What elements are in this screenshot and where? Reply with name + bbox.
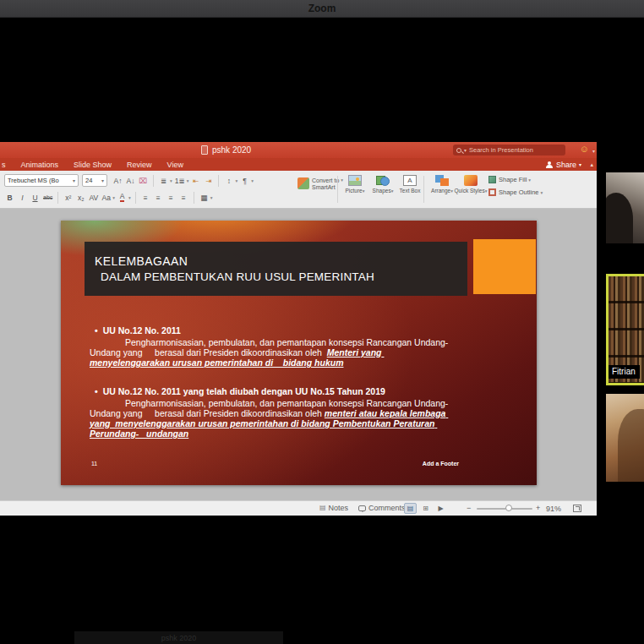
share-button[interactable]: Share ▾	[546, 161, 581, 169]
font-color-button[interactable]: A	[120, 193, 125, 202]
zoom-window-titlebar: Zoom	[0, 0, 644, 18]
tab-review[interactable]: Review	[127, 161, 152, 169]
align-left-button[interactable]: ≡	[140, 191, 151, 204]
font-name-select[interactable]: Trebuchet MS (Bo ▾	[4, 174, 79, 187]
ppt-titlebar: pshk 2020 ▾ ☺ ▾	[0, 142, 597, 158]
text-box-button[interactable]: A Text Box	[396, 175, 423, 194]
bullet-line-1: • UU No.12 No. 2011	[90, 325, 461, 336]
zoom-out-button[interactable]: −	[467, 504, 471, 512]
quick-styles-button[interactable]: Quick Styles▾	[456, 175, 486, 194]
fit-slide-to-window-button[interactable]	[573, 505, 581, 512]
tab-animations[interactable]: Animations	[21, 161, 59, 169]
tab-transitions-partial[interactable]: s	[2, 161, 6, 169]
font-size-select[interactable]: 24 ▾	[82, 174, 107, 187]
notes-icon: ▤	[319, 505, 326, 511]
shape-fill-button[interactable]: Shape Fill ▾	[488, 176, 543, 183]
arrange-label: Arrange	[431, 188, 450, 194]
text-direction-button[interactable]: ¶	[239, 174, 250, 187]
align-right-button[interactable]: ≡	[166, 191, 177, 204]
search-input[interactable]	[469, 146, 562, 154]
toolbar-separator	[135, 192, 136, 204]
character-spacing-button[interactable]: AV	[88, 191, 99, 204]
italic-button[interactable]: I	[17, 191, 28, 204]
search-icon	[456, 148, 461, 153]
change-case-caret-icon[interactable]: ▾	[112, 195, 115, 200]
participant-video-3[interactable]	[606, 394, 644, 482]
columns-caret-icon[interactable]: ▾	[210, 195, 213, 200]
participant-3-silhouette	[618, 409, 644, 482]
underline-button[interactable]: U	[30, 191, 41, 204]
superscript-button[interactable]: x²	[63, 191, 74, 204]
comments-button[interactable]: Comments	[358, 504, 406, 512]
slideshow-view-button[interactable]: ▶	[434, 503, 447, 514]
participant-video-active-speaker[interactable]: Fitrian	[606, 274, 644, 385]
slide[interactable]: KELEMBAGAAN DALAM PEMBENTUKAN RUU USUL P…	[61, 221, 537, 485]
picture-button[interactable]: Picture▾	[341, 175, 368, 194]
line-spacing-button[interactable]: ↕	[223, 174, 234, 187]
bold-button[interactable]: B	[4, 191, 15, 204]
bullet-2-text: UU No.12 No. 2011 yang telah diubah deng…	[103, 386, 385, 396]
zoom-slider-knob[interactable]	[505, 505, 512, 511]
numbering-caret-icon[interactable]: ▾	[187, 178, 189, 183]
columns-button[interactable]: ▦	[199, 191, 210, 204]
zoom-level-value[interactable]: 91%	[546, 505, 561, 513]
toolbar-separator	[218, 175, 219, 187]
person-plus-icon	[546, 161, 554, 169]
search-box[interactable]: ▾	[453, 145, 565, 156]
participant-video-1[interactable]	[606, 172, 644, 243]
smartart-icon	[297, 177, 309, 189]
toolbar-group-separator	[423, 176, 424, 203]
toolbar-separator	[194, 192, 194, 204]
zoom-in-button[interactable]: +	[536, 504, 540, 512]
arrange-caret-icon: ▾	[450, 188, 453, 194]
ribbon-collapse-icon[interactable]: ▴	[590, 161, 593, 168]
notes-button[interactable]: ▤ Notes	[319, 504, 348, 512]
picture-label: Picture	[346, 188, 363, 194]
justify-button[interactable]: ≡	[178, 191, 189, 204]
bullets-button[interactable]: ≣	[158, 174, 169, 187]
bullet-line-2: • UU No.12 No. 2011 yang telah diubah de…	[90, 386, 461, 396]
slide-title-placeholder[interactable]: KELEMBAGAAN DALAM PEMBENTUKAN RUU USUL P…	[85, 242, 467, 296]
shapes-button[interactable]: Shapes▾	[369, 175, 396, 194]
arrange-button[interactable]: Arrange▾	[428, 175, 456, 194]
subscript-button[interactable]: x₂	[75, 191, 86, 204]
font-color-caret-icon[interactable]: ▾	[128, 195, 131, 200]
decrease-font-button[interactable]: A↓	[125, 174, 136, 187]
convert-to-smartart-button[interactable]: Convert to SmartArt ▾	[297, 177, 343, 191]
increase-indent-button[interactable]: ⇥	[203, 174, 214, 187]
search-caret-icon[interactable]: ▾	[464, 148, 467, 153]
zoom-slider-track[interactable]	[477, 508, 532, 510]
smiley-feedback-icon[interactable]: ☺	[580, 145, 589, 154]
shape-outline-icon	[488, 188, 496, 196]
shapes-caret-icon: ▾	[391, 188, 394, 194]
window-title: Zoom	[308, 3, 336, 14]
clear-formatting-button[interactable]: ⌧	[138, 174, 149, 187]
quick-styles-caret-icon: ▾	[485, 188, 488, 194]
text-box-icon: A	[403, 175, 417, 186]
slide-title-line1: KELEMBAGAAN	[95, 254, 467, 268]
slide-sorter-view-button[interactable]: ⊞	[419, 503, 432, 514]
text-direction-caret-icon[interactable]: ▾	[251, 178, 254, 183]
increase-font-button[interactable]: A↑	[112, 174, 123, 187]
document-icon	[201, 145, 208, 155]
share-caret-icon: ▾	[579, 162, 581, 167]
tab-view[interactable]: View	[167, 161, 183, 169]
bullets-caret-icon[interactable]: ▾	[170, 178, 172, 183]
ribbon-toolbar: Trebuchet MS (Bo ▾ 24 ▾ A↑ A↓ ⌧ ≣▾ 1≣▾ ⇤…	[0, 171, 597, 209]
titlebar-menu-caret-icon[interactable]: ▾	[592, 148, 595, 154]
picture-icon	[348, 175, 362, 186]
align-center-button[interactable]: ≡	[153, 191, 164, 204]
numbering-button[interactable]: 1≣	[174, 174, 186, 187]
orange-accent-shape[interactable]	[473, 239, 536, 294]
shape-outline-button[interactable]: Shape Outline ▾	[488, 188, 543, 196]
tab-slide-show[interactable]: Slide Show	[74, 161, 112, 169]
strikethrough-button[interactable]: abc	[42, 191, 53, 204]
decrease-indent-button[interactable]: ⇤	[190, 174, 201, 187]
slide-body-placeholder[interactable]: • UU No.12 No. 2011 Pengharmonisasian, p…	[90, 325, 461, 439]
footer-placeholder[interactable]: Add a Footer	[423, 461, 459, 467]
participant-name-tag: Fitrian	[609, 365, 640, 379]
line-spacing-caret-icon[interactable]: ▾	[235, 178, 237, 183]
change-case-button[interactable]: Aa	[101, 191, 112, 204]
normal-view-button[interactable]: ▤	[404, 503, 417, 514]
shape-fill-icon	[488, 176, 496, 183]
